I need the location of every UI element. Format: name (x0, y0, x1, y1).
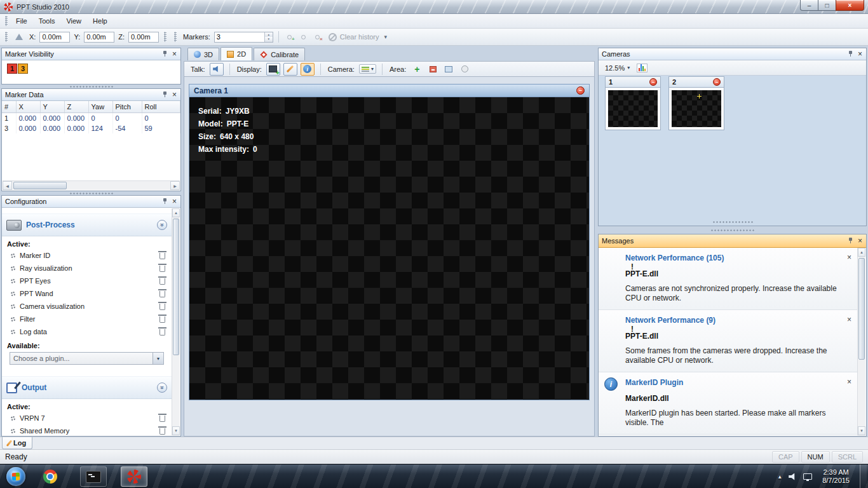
thumbnail-image[interactable] (605, 87, 661, 130)
orientation-tool-button[interactable] (13, 30, 25, 43)
trash-icon[interactable] (159, 416, 165, 422)
marker-link-button[interactable] (298, 31, 309, 43)
menu-tools[interactable]: Tools (33, 15, 61, 27)
marker-add-button[interactable]: + (284, 31, 295, 43)
column-header[interactable]: X (16, 101, 40, 113)
close-panel-icon[interactable]: × (172, 50, 177, 58)
volume-icon[interactable] (789, 473, 797, 480)
scrollbar-thumb[interactable] (858, 258, 865, 360)
trash-icon[interactable] (159, 253, 165, 259)
message-item[interactable]: ! Network Performance (9) × PPT-E.dll So… (599, 310, 858, 372)
menubar-grip[interactable] (5, 16, 8, 26)
marker-remove-button[interactable]: × (312, 31, 323, 43)
messages-scrollbar[interactable]: ▲ ▼ (857, 248, 865, 435)
marker-badge-1[interactable]: 1 (7, 64, 17, 74)
camera1-view[interactable]: Serial:JY9XB Model:PPT-E Size:640 x 480 … (189, 97, 590, 400)
menu-view[interactable]: View (60, 15, 87, 27)
area-reset-button[interactable] (458, 63, 471, 76)
plugin-combo[interactable]: Choose a plugin... ▾ (10, 352, 164, 365)
trash-icon[interactable] (159, 428, 165, 435)
plugin-item[interactable]: Marker ID (2, 249, 172, 262)
plugin-item[interactable]: Log data (2, 325, 172, 338)
pin-icon[interactable] (847, 237, 854, 245)
menu-help[interactable]: Help (87, 15, 113, 27)
markers-input[interactable] (215, 32, 264, 42)
area-rect-button[interactable] (442, 63, 455, 76)
close-panel-icon[interactable]: × (172, 198, 177, 205)
scroll-left-icon[interactable]: ◀ (3, 181, 12, 190)
tab-3d[interactable]: 3D (187, 48, 219, 60)
camera-thumbnail-2[interactable]: 2 – (668, 76, 724, 130)
camera-select-dropdown[interactable]: ▾ (359, 64, 376, 74)
taskbar-chrome-button[interactable] (37, 466, 64, 487)
y-input[interactable] (84, 32, 114, 43)
clear-history-button[interactable]: Clear history (329, 33, 379, 41)
message-item[interactable]: ! Network Performance (105) × PPT-E.dll … (599, 248, 858, 310)
hidden-icons-button[interactable]: ▲ (777, 474, 782, 480)
taskbar-clock[interactable]: 2:39 AM 8/7/2015 (818, 468, 853, 485)
marker-visibility-header[interactable]: Marker Visibility × (2, 48, 180, 60)
plugin-item[interactable]: Ray visualization (2, 262, 172, 274)
close-button[interactable]: × (836, 0, 864, 11)
pin-icon[interactable] (161, 91, 168, 98)
scroll-right-icon[interactable]: ▶ (170, 181, 180, 190)
post-process-group-header[interactable]: Post-Process « (2, 214, 172, 236)
column-header[interactable]: Z (64, 101, 88, 113)
trash-icon[interactable] (159, 278, 165, 285)
taskbar-ppt-studio-button[interactable] (121, 466, 147, 487)
dismiss-message-icon[interactable]: × (847, 253, 851, 262)
collapse-group-button[interactable]: « (157, 383, 167, 393)
network-icon[interactable] (803, 473, 812, 480)
close-panel-icon[interactable]: × (857, 50, 863, 58)
thumbnail-image[interactable] (668, 87, 724, 130)
maximize-button[interactable]: □ (818, 0, 836, 11)
trash-icon[interactable] (159, 316, 165, 323)
scroll-down-icon[interactable]: ▼ (172, 426, 180, 435)
trash-icon[interactable] (159, 291, 165, 297)
tab-2d[interactable]: 2D (220, 47, 252, 60)
spin-up-icon[interactable]: ▴ (265, 32, 273, 37)
panel-splitter[interactable] (598, 228, 867, 232)
plugin-item[interactable]: PPT Wand (2, 287, 172, 300)
horizontal-scrollbar[interactable]: ◀ ▶ (3, 180, 180, 190)
thumbnail-header[interactable]: 2 – (668, 76, 724, 87)
x-input[interactable] (39, 32, 70, 43)
disable-camera-icon[interactable]: – (713, 78, 721, 86)
scrollbar-thumb[interactable] (173, 219, 179, 355)
titlebar[interactable]: PPT Studio 2010 – □ × (0, 0, 868, 14)
column-header[interactable]: Yaw (88, 101, 112, 113)
plugin-item[interactable]: VRPN 7 (2, 412, 172, 424)
scroll-up-icon[interactable]: ▲ (858, 248, 865, 257)
cameras-header[interactable]: Cameras × (599, 48, 866, 60)
scroll-up-icon[interactable]: ▲ (172, 208, 180, 217)
messages-header[interactable]: Messages × (599, 234, 866, 248)
trash-icon[interactable] (159, 304, 165, 310)
start-button[interactable] (6, 467, 25, 486)
output-group-header[interactable]: Output « (2, 376, 172, 399)
tab-calibrate[interactable]: Calibrate (254, 48, 305, 60)
camera-thumbnail-1[interactable]: 1 – (605, 76, 661, 130)
combo-dropdown-icon[interactable]: ▾ (153, 353, 163, 364)
toolbar-overflow-button[interactable]: ▾ (382, 34, 390, 40)
toolbar-grip[interactable] (5, 32, 8, 42)
taskbar-console-button[interactable] (80, 466, 107, 487)
pin-icon[interactable] (161, 50, 168, 58)
area-add-button[interactable]: + (410, 63, 423, 76)
talk-button[interactable] (210, 63, 224, 76)
dismiss-message-icon[interactable]: × (847, 315, 851, 324)
message-item[interactable]: i MarkerID Plugin × MarkerID.dll MarkerI… (599, 372, 858, 435)
display-paint-button[interactable] (283, 63, 297, 76)
scroll-down-icon[interactable]: ▼ (858, 426, 865, 435)
thumbnail-header[interactable]: 1 – (605, 76, 661, 87)
close-panel-icon[interactable]: × (857, 237, 863, 245)
marker-data-header[interactable]: Marker Data × (2, 89, 180, 101)
camera1-header[interactable]: Camera 1 – (189, 84, 590, 97)
menu-file[interactable]: File (10, 15, 33, 27)
dismiss-message-icon[interactable]: × (847, 377, 851, 386)
display-info-button[interactable]: i (301, 63, 315, 76)
column-header[interactable]: Roll (142, 101, 180, 113)
column-header[interactable]: Pitch (112, 101, 142, 113)
collapse-camera-icon[interactable]: – (576, 86, 585, 95)
area-remove-button[interactable] (426, 63, 439, 76)
plugin-item[interactable]: Camera visualization (2, 300, 172, 313)
